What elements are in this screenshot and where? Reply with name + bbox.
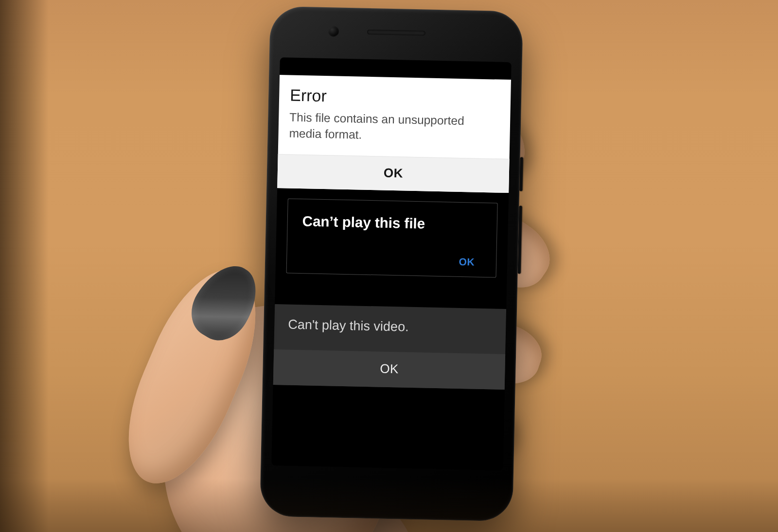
ok-button[interactable]: OK [459, 256, 475, 268]
scene-background: Error This file contains an unsupported … [0, 0, 778, 532]
dialog-button-row: OK [273, 154, 512, 193]
error-dialog-cant-play-video: Can't play this video. OK [272, 304, 507, 390]
ok-button[interactable]: OK [380, 361, 399, 377]
thumb [105, 254, 280, 500]
dialog-button-row: OK [272, 349, 506, 390]
error-dialog-cant-play-file: Can’t play this file OK [286, 199, 498, 278]
error-dialog-unsupported-format: Error This file contains an unsupported … [273, 75, 512, 193]
dialog-message: Can't play this video. [273, 304, 507, 354]
thumbnail-nail [181, 255, 269, 350]
dialog-title: Can’t play this file [287, 199, 497, 234]
ok-button[interactable]: OK [384, 165, 404, 181]
dialog-message: This file contains an unsupported media … [274, 106, 512, 159]
dialog-title: Error [275, 75, 512, 111]
phone-screen: Error This file contains an unsupported … [271, 57, 511, 470]
volume-rocker [518, 206, 522, 274]
front-camera [328, 26, 339, 36]
phone-device: Error This file contains an unsupported … [260, 6, 523, 522]
power-button [519, 157, 523, 191]
earpiece-speaker [367, 30, 425, 36]
